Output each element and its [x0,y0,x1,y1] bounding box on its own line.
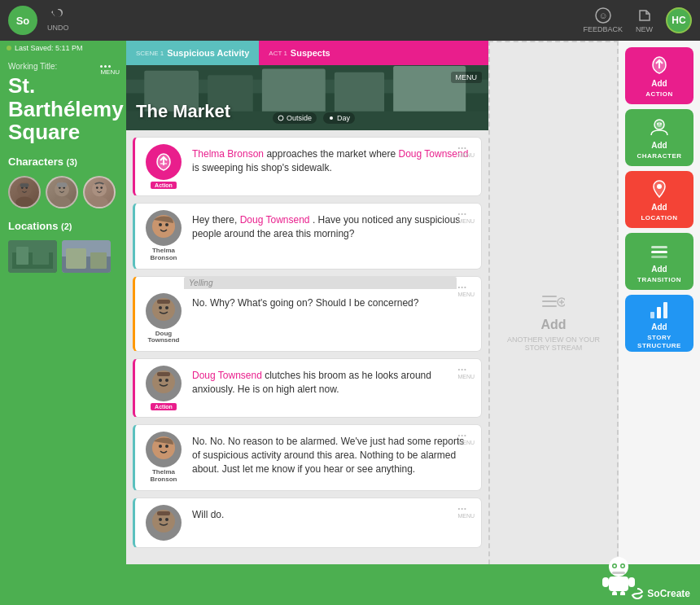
svg-rect-81 [602,577,609,587]
story-item-4: Action Doug Townsend clutches his broom … [133,358,482,418]
svg-rect-70 [651,256,667,258]
locations-row [0,240,126,279]
svg-point-40 [159,223,162,226]
location-thumb-1[interactable] [8,240,57,273]
svg-point-15 [100,186,103,189]
thelma-avatar-1 [146,210,182,246]
action-icon-1 [146,144,182,180]
story-item-5-menu[interactable]: ••• MENU [457,432,475,445]
svg-rect-72 [657,307,661,318]
svg-rect-73 [663,302,667,318]
story-item-2-content: Hey there, Doug Townsend . Have you noti… [192,210,473,241]
user-avatar[interactable]: HC [666,7,692,33]
project-title: St. Barthélemy Square [0,71,126,151]
svg-rect-79 [612,572,625,574]
main-area: Last Saved: 5:11 PM MENU Working Title: … [0,41,700,605]
story-item-3: Yelling DougTownsend No. Why? [133,276,482,353]
svg-point-77 [614,565,616,568]
mascot-character [602,555,635,598]
character-avatar-2[interactable] [46,176,78,208]
character-avatar-1[interactable] [8,176,41,208]
add-view-panel[interactable]: Add ANOTHER VIEW ON YOUR STORY STREAM [488,41,619,605]
scene-header: SCENE 1 Suspicious Activity ACT 1 Suspec… [126,41,488,65]
app-logo[interactable]: So [8,6,37,35]
svg-rect-82 [628,577,635,587]
character-avatar-3[interactable] [83,176,116,208]
scene-tags: Outside Day [273,112,355,124]
story-item-4-content: Doug Townsend clutches his broom as he l… [192,366,473,397]
outside-tag: Outside [273,112,317,124]
story-item-6-menu[interactable]: ••• MENU [457,505,475,519]
location-thumb-2[interactable] [62,240,111,273]
character1-link[interactable]: Thelma Bronson [192,148,264,160]
scene-label: SCENE 1 Suspicious Activity [126,41,259,65]
story-item-1-avatar: Action [143,144,184,189]
story-item-5-content: No. No. No reason to be alarmed. We've j… [192,432,473,476]
story-item-3-content: No. Why? What's going on? Should I be co… [192,293,473,310]
svg-rect-69 [651,251,667,253]
svg-point-65 [657,123,658,125]
sidebar-menu-button[interactable]: MENU [100,65,120,76]
action-badge-1: Action [151,182,177,189]
svg-point-13 [90,196,108,207]
story-item-2-avatar: ThelmaBronson [143,210,184,262]
characters-section: Characters (3) [0,151,126,176]
story-item-2-menu[interactable]: ••• MENU [457,210,475,224]
story-item-4-menu[interactable]: ••• MENU [457,366,475,379]
svg-point-43 [159,306,162,309]
svg-point-38 [330,116,333,120]
topbar: So UNDO ☺ FEEDBACK NEW HC [0,0,700,41]
svg-point-48 [165,379,168,382]
story-item-1-content: Thelma Bronson approaches the market whe… [192,144,473,175]
add-transition-button[interactable]: Add TRANSITION [625,233,693,290]
day-tag: Day [323,112,355,124]
add-view-subtitle: ANOTHER VIEW ON YOUR STORY STREAM [490,335,617,352]
story-item-2: ThelmaBronson Hey there, Doug Townsend .… [133,203,482,270]
svg-point-12 [92,182,107,196]
doug-avatar-3 [146,505,182,541]
svg-point-54 [159,518,162,521]
svg-point-55 [165,518,168,521]
doug-link-1[interactable]: Doug Townsend [240,214,310,226]
svg-rect-84 [620,591,625,595]
svg-point-52 [165,445,168,448]
svg-point-47 [159,379,162,382]
svg-rect-22 [66,248,86,269]
svg-rect-58 [542,300,557,302]
add-location-button[interactable]: Add LOCATION [625,171,693,228]
doug-link-2[interactable]: Doug Townsend [192,370,262,381]
sidebar: Last Saved: 5:11 PM MENU Working Title: … [0,41,126,605]
add-story-structure-button[interactable]: Add STORY STRUCTURE [625,295,693,352]
scene-title: The Market [136,101,230,122]
story-item-3-menu[interactable]: ••• MENU [457,283,475,297]
svg-rect-71 [650,312,654,318]
doug-avatar-1 [146,293,182,329]
feedback-button[interactable]: ☺ FEEDBACK [583,7,623,33]
new-button[interactable]: NEW [636,7,653,33]
svg-rect-57 [542,296,557,297]
svg-rect-83 [612,591,617,595]
story-item-6-avatar [143,505,184,541]
svg-rect-45 [157,300,170,304]
story-item-1-menu[interactable]: ••• MENU [457,144,475,158]
svg-point-37 [278,116,283,121]
svg-rect-59 [542,305,557,307]
svg-point-66 [660,123,662,125]
add-view-label: Add [540,318,566,332]
svg-rect-49 [157,372,170,376]
undo-button[interactable]: UNDO [47,9,69,32]
add-character-button[interactable]: Add CHARACTER [625,109,693,166]
bottombar: SoCreate [0,564,700,605]
svg-rect-6 [20,183,29,187]
svg-point-51 [159,445,162,448]
thelma-label-1: ThelmaBronson [151,248,177,262]
svg-rect-34 [335,72,384,116]
story-item-6: Will do. ••• MENU [133,498,482,548]
story-items-list: Action Thelma Bronson approaches the mar… [126,130,488,555]
svg-rect-18 [16,247,28,265]
svg-point-41 [165,223,168,226]
scene-menu-button[interactable]: MENU [451,72,483,83]
svg-point-8 [53,196,71,207]
add-action-button[interactable]: Add ACTION [625,47,693,104]
characters-header: Characters (3) [8,156,118,168]
